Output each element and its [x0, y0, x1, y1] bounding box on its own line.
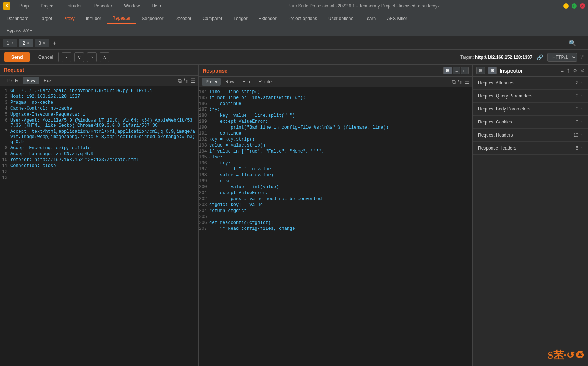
menu-window[interactable]: Window — [121, 2, 143, 10]
request-newline-icon[interactable]: \n — [184, 78, 188, 84]
line-content: cfgdict[key] = value — [209, 202, 472, 208]
add-tab-button[interactable]: + — [51, 39, 58, 47]
request-tab-2[interactable]: 2 ✕ — [19, 39, 33, 47]
bypass-waf-tab[interactable]: Bypass WAF — [3, 27, 36, 35]
line-number: 9 — [0, 151, 10, 157]
view-toggle-list[interactable]: ≡ — [453, 67, 460, 74]
response-panel: Response ⊞ ≡ □ Pretty Raw Hex Render ⧉ \… — [199, 65, 473, 366]
line-number: 194 — [199, 149, 209, 154]
response-line: 195else: — [199, 154, 472, 160]
tab-target[interactable]: Target — [35, 14, 57, 23]
response-tab-hex[interactable]: Hex — [239, 78, 254, 86]
tab-user-options[interactable]: User options — [323, 14, 358, 23]
inspector-settings-icon[interactable]: ⚙ — [573, 68, 578, 74]
tab-decoder[interactable]: Decoder — [169, 14, 197, 23]
tab-project-options[interactable]: Project options — [282, 14, 322, 23]
view-toggle-full[interactable]: □ — [461, 67, 469, 74]
inspector-up-icon[interactable]: ⇑ — [566, 68, 571, 74]
line-content — [209, 214, 472, 219]
inspector-row[interactable]: Request Cookies0› — [473, 116, 588, 129]
request-tab-1[interactable]: 1 ✕ — [3, 39, 17, 47]
request-line: 13 — [0, 175, 198, 181]
line-content: if value in ["True", "False", "None", "'… — [209, 149, 472, 154]
menu-project[interactable]: Project — [38, 2, 57, 10]
inspector-row[interactable]: Request Query Parameters0› — [473, 90, 588, 103]
inspector-row[interactable]: Request Body Parameters0› — [473, 103, 588, 116]
tab-intruder[interactable]: Intruder — [81, 14, 106, 23]
tab-comparer[interactable]: Comparer — [197, 14, 227, 23]
inspector-row[interactable]: Response Headers5› — [473, 142, 588, 155]
menu-repeater[interactable]: Repeater — [91, 2, 115, 10]
next-nav-button[interactable]: › — [87, 52, 97, 62]
chevron-right-icon: › — [581, 119, 583, 125]
tab-close-2[interactable]: ✕ — [26, 41, 29, 45]
line-number: 192 — [199, 137, 209, 142]
tab-proxy[interactable]: Proxy — [58, 14, 80, 23]
menu-help[interactable]: Help — [149, 2, 164, 10]
tab-aes-killer[interactable]: AES Killer — [382, 14, 412, 23]
tab-bar-right: 🔍 ⋮ — [569, 39, 585, 46]
request-line: 4Cache-Control: no-cache — [0, 106, 198, 112]
response-copy-icon[interactable]: ⧉ — [452, 79, 456, 85]
line-number: 187 — [199, 107, 209, 112]
inspector-row[interactable]: Request Attributes2› — [473, 77, 588, 90]
tab-learn[interactable]: Learn — [359, 14, 381, 23]
request-tab-hex[interactable]: Hex — [40, 77, 55, 84]
tab-dashboard[interactable]: Dashboard — [1, 14, 34, 23]
line-content: pass # value need not be converted — [209, 196, 472, 202]
line-content: except ValueError: — [209, 190, 472, 196]
response-line: 196 try: — [199, 160, 472, 166]
search-icon[interactable]: 🔍 — [569, 39, 576, 46]
request-tab-3[interactable]: 3 ✕ — [35, 39, 49, 47]
tab-logger[interactable]: Logger — [228, 14, 252, 23]
prev-nav-button[interactable]: ‹ — [62, 52, 71, 62]
inspector-view-btn-2[interactable]: ⊟ — [488, 67, 497, 74]
http-version-select[interactable]: HTTP/1 HTTP/2 — [547, 53, 577, 62]
response-panel-tabs: Pretty Raw Hex Render ⧉ \n ☰ — [199, 77, 472, 87]
tab-label-3: 3 — [38, 41, 41, 46]
tab-sequencer[interactable]: Sequencer — [137, 14, 169, 23]
menu-burp[interactable]: Burp — [16, 2, 32, 10]
inspector-row-count: 5 — [576, 145, 578, 151]
title-bar-left: S Burp Project Intruder Repeater Window … — [3, 2, 164, 10]
line-content: if "." in value: — [209, 167, 472, 172]
nav-down-button[interactable]: ∨ — [74, 52, 84, 62]
cancel-button[interactable]: Cancel — [33, 52, 59, 62]
request-panel-tabs: Pretty Raw Hex ⧉ \n ☰ — [0, 76, 198, 86]
tab-label-1: 1 — [7, 41, 9, 46]
send-button[interactable]: Send — [4, 52, 30, 62]
inspector-close-icon[interactable]: ✕ — [580, 68, 584, 74]
tab-close-1[interactable]: ✕ — [11, 41, 14, 45]
inspector-view-btn-1[interactable]: ⊞ — [476, 67, 485, 74]
inspector-list-icon[interactable]: ≡ — [561, 68, 564, 74]
response-tab-render[interactable]: Render — [255, 78, 277, 86]
line-number: 1 — [0, 88, 10, 93]
response-menu-icon[interactable]: ☰ — [465, 79, 469, 85]
request-line: 12 — [0, 169, 198, 175]
inspector-row[interactable]: Request Headers10› — [473, 129, 588, 142]
response-tab-pretty[interactable]: Pretty — [202, 78, 221, 86]
request-line: 7Accept: text/html,application/xhtml+xml… — [0, 129, 198, 145]
minimize-button[interactable]: — — [563, 3, 569, 9]
close-button[interactable]: ✕ — [580, 3, 585, 9]
help-icon[interactable]: ? — [580, 54, 584, 61]
response-newline-icon[interactable]: \n — [458, 79, 462, 85]
menu-intruder[interactable]: Intruder — [64, 2, 85, 10]
maximize-button[interactable]: □ — [572, 3, 577, 9]
inspector-row-label: Request Headers — [478, 132, 574, 138]
chevron-right-icon: › — [581, 145, 583, 151]
tab-repeater[interactable]: Repeater — [107, 13, 136, 24]
request-copy-icon[interactable]: ⧉ — [178, 78, 182, 84]
request-tab-raw[interactable]: Raw — [23, 77, 39, 84]
window-controls: — □ ✕ — [563, 3, 585, 9]
response-tab-raw[interactable]: Raw — [222, 78, 238, 86]
nav-up-button[interactable]: ∧ — [100, 52, 109, 62]
view-toggle-grid[interactable]: ⊞ — [443, 67, 452, 74]
tab-extender[interactable]: Extender — [253, 14, 282, 23]
request-menu-icon[interactable]: ☰ — [191, 78, 196, 84]
more-options-icon[interactable]: ⋮ — [579, 39, 585, 46]
tab-close-3[interactable]: ✕ — [42, 41, 45, 45]
line-number: 13 — [0, 175, 10, 180]
request-tab-pretty[interactable]: Pretty — [3, 77, 22, 84]
link-icon[interactable]: 🔗 — [537, 54, 543, 60]
